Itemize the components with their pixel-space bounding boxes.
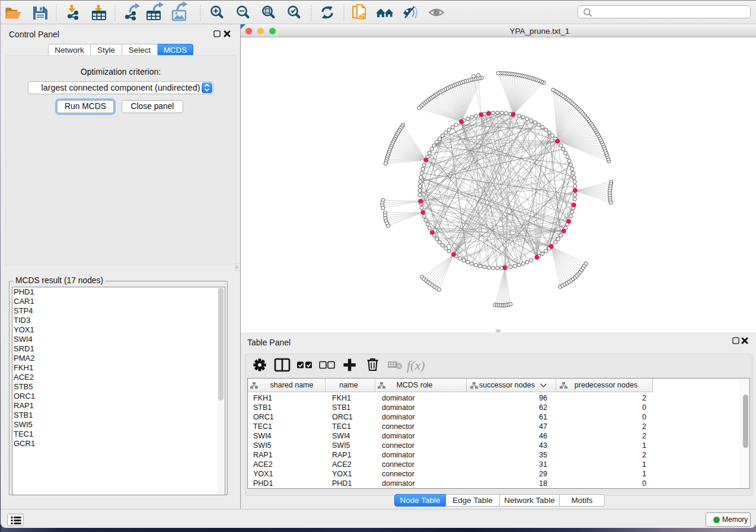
svg-text:f(x): f(x) [407,358,425,373]
